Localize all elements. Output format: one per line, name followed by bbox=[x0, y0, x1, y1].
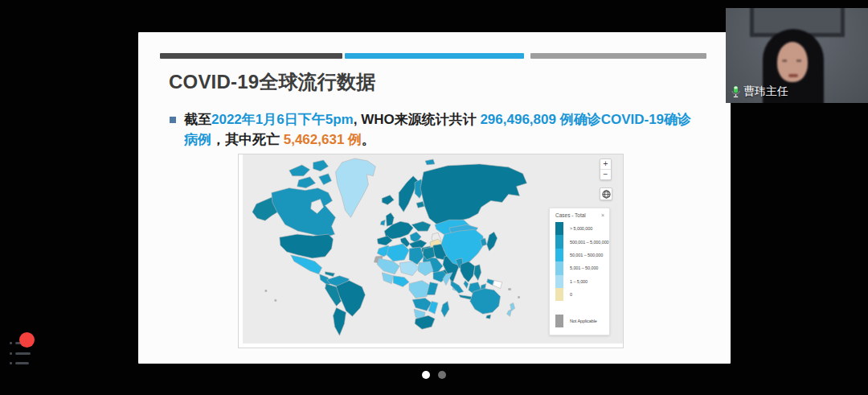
legend-row: 50,001 – 500,000 bbox=[555, 249, 609, 261]
map-zoom-control: + − bbox=[600, 158, 612, 180]
legend-swatch bbox=[555, 301, 563, 314]
bullet-marker bbox=[170, 117, 176, 123]
zoom-in-button[interactable]: + bbox=[600, 159, 611, 169]
legend-swatch bbox=[555, 249, 563, 261]
bullet-seg: , WHO来源统计共计 bbox=[354, 112, 481, 127]
accent-bar-gray bbox=[530, 53, 706, 59]
accent-bar-blue bbox=[345, 53, 524, 59]
bullet-seg-date: 2022年1月6日下午5pm bbox=[211, 112, 354, 127]
bullet-seg: 截至 bbox=[184, 112, 211, 127]
microphone-icon bbox=[731, 85, 741, 98]
list-dot bbox=[10, 342, 12, 344]
country-usa bbox=[280, 234, 334, 258]
globe-icon bbox=[602, 190, 611, 199]
bullet-seg: 。 bbox=[362, 132, 375, 147]
country-turkey bbox=[409, 240, 427, 248]
list-line bbox=[15, 352, 31, 355]
country-japan bbox=[487, 232, 497, 251]
legend-row bbox=[555, 301, 609, 314]
bullet-seg-deaths: 5,462,631 例 bbox=[284, 132, 362, 147]
notification-red-dot bbox=[19, 332, 35, 348]
map-globe-button[interactable] bbox=[600, 187, 612, 200]
participant-name: 曹玮主任 bbox=[743, 84, 788, 99]
country-uk bbox=[386, 212, 394, 226]
country-philippines bbox=[474, 265, 481, 281]
country-madagascar bbox=[441, 301, 449, 317]
list-line bbox=[15, 362, 29, 364]
webcam-video-tile: 曹玮主任 bbox=[726, 8, 868, 103]
legend-swatch bbox=[555, 222, 563, 235]
country-mexico bbox=[291, 255, 322, 274]
country-canada bbox=[272, 188, 336, 237]
legend-swatch bbox=[555, 288, 563, 301]
country-nigeria bbox=[393, 276, 409, 287]
region-indochina bbox=[461, 261, 475, 282]
list-dot bbox=[10, 362, 12, 364]
legend-swatch bbox=[555, 315, 563, 327]
map-legend-panel: Cases - Total × > 5,000,000 500,001 – 5,… bbox=[549, 208, 610, 335]
legend-row: Not Applicable bbox=[555, 315, 609, 327]
legend-swatch bbox=[555, 261, 563, 274]
legend-row: 500,001 – 5,000,000 bbox=[555, 235, 609, 248]
legend-title: Cases - Total bbox=[555, 212, 586, 218]
legend-swatch bbox=[555, 275, 563, 288]
country-russia bbox=[420, 164, 526, 224]
person-eyes bbox=[782, 60, 803, 62]
slide-pagination bbox=[0, 370, 868, 380]
legend-row: 1 – 5,000 bbox=[555, 275, 609, 288]
zoom-out-button[interactable]: − bbox=[600, 170, 611, 179]
bullet-seg: ，其中死亡 bbox=[211, 132, 284, 147]
meeting-screen: COVID-19全球流行数据 截至2022年1月6日下午5pm, WHO来源统计… bbox=[0, 0, 868, 395]
pagination-dot[interactable] bbox=[438, 371, 446, 379]
legend-row: 0 bbox=[555, 288, 609, 301]
presentation-slide: COVID-19全球流行数据 截至2022年1月6日下午5pm, WHO来源统计… bbox=[138, 32, 731, 364]
agenda-list-button[interactable] bbox=[10, 338, 37, 368]
bullet-text: 截至2022年1月6日下午5pm, WHO来源统计共计 296,496,809 … bbox=[184, 109, 703, 150]
list-dot bbox=[10, 352, 12, 355]
legend-swatch bbox=[555, 235, 563, 248]
country-australia bbox=[470, 289, 501, 315]
covid-world-map: + − Cases - Total × bbox=[238, 154, 624, 348]
legend-close-icon[interactable]: × bbox=[601, 212, 604, 218]
participant-name-label: 曹玮主任 bbox=[731, 84, 788, 99]
country-png bbox=[493, 281, 502, 289]
slide-title: COVID-19全球流行数据 bbox=[169, 69, 376, 95]
country-greenland bbox=[336, 158, 376, 217]
pagination-dot-active[interactable] bbox=[422, 371, 430, 379]
legend-row: 5,001 – 50,000 bbox=[555, 261, 609, 274]
legend-row: > 5,000,000 bbox=[555, 222, 609, 235]
accent-bars bbox=[138, 53, 731, 59]
accent-bar-dark bbox=[160, 53, 342, 59]
person-mouth bbox=[788, 74, 798, 77]
legend-rows: > 5,000,000 500,001 – 5,000,000 50,001 –… bbox=[550, 220, 609, 327]
